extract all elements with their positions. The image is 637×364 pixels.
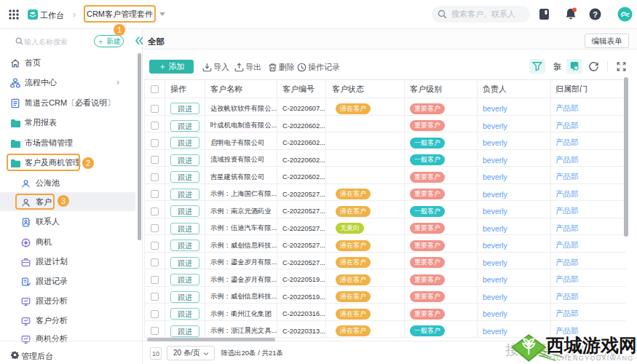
svg-text:?: ? <box>593 10 598 19</box>
